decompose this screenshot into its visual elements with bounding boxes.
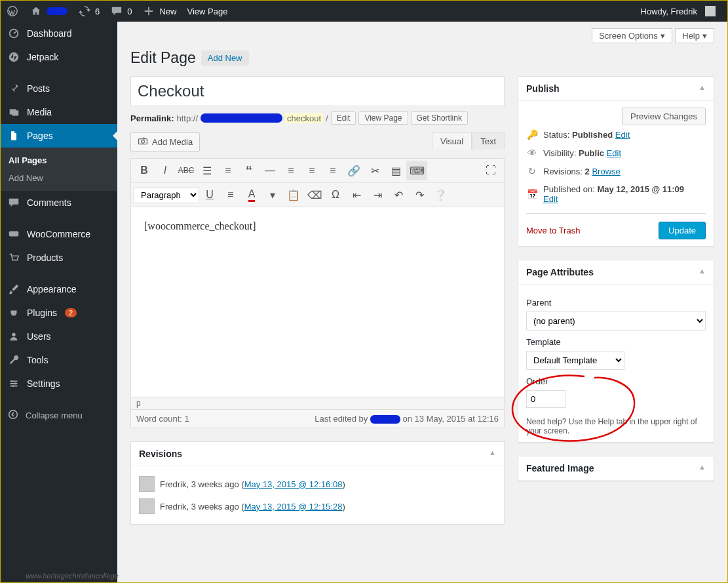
sidebar-item-jetpack[interactable]: Jetpack bbox=[1, 45, 117, 69]
collapse-menu[interactable]: Collapse menu bbox=[1, 403, 117, 428]
add-media-button[interactable]: Add Media bbox=[130, 132, 200, 151]
justify-button[interactable]: ≡ bbox=[220, 185, 241, 205]
paragraph-select[interactable]: Paragraph bbox=[134, 187, 199, 203]
sidebar-item-label: Posts bbox=[27, 83, 50, 94]
text-color-button[interactable]: A bbox=[241, 185, 262, 205]
comment-count: 0 bbox=[127, 7, 132, 16]
published-row: 📅Published on: May 12, 2015 @ 11:09Edit bbox=[526, 180, 706, 208]
howdy[interactable]: Howdy, Fredrik bbox=[636, 1, 721, 22]
parent-select[interactable]: (no parent) bbox=[526, 312, 706, 331]
calendar-icon: 📅 bbox=[526, 189, 538, 199]
sidebar-item-appearance[interactable]: Appearance bbox=[1, 277, 117, 301]
browse-revisions-link[interactable]: Browse bbox=[592, 167, 620, 176]
clear-format-button[interactable]: ⌫ bbox=[304, 185, 325, 205]
sidebar-item-label: Jetpack bbox=[27, 52, 58, 62]
order-label: Order bbox=[526, 376, 706, 386]
get-shortlink-button[interactable]: Get Shortlink bbox=[411, 111, 468, 125]
template-select[interactable]: Default Template bbox=[526, 351, 624, 370]
blockquote-button[interactable]: “ bbox=[239, 161, 259, 180]
fullscreen-button[interactable]: ⛶ bbox=[480, 161, 501, 180]
page-icon bbox=[7, 129, 20, 142]
underline-button[interactable]: U bbox=[199, 185, 220, 205]
edit-date-link[interactable]: Edit bbox=[543, 194, 558, 204]
sidebar-item-users[interactable]: Users bbox=[1, 325, 117, 348]
submenu-add-new[interactable]: Add New bbox=[1, 169, 117, 187]
revision-link[interactable]: May 13, 2015 @ 12:16:08 bbox=[244, 479, 343, 489]
avatar bbox=[705, 6, 716, 16]
add-new-button[interactable]: Add New bbox=[201, 50, 249, 66]
unlink-button[interactable]: ✂ bbox=[364, 161, 385, 180]
toolbar-toggle-button[interactable]: ⌨ bbox=[406, 161, 427, 180]
bold-button[interactable]: B bbox=[134, 161, 155, 180]
tab-visual[interactable]: Visual bbox=[432, 132, 472, 150]
revision-link[interactable]: May 13, 2015 @ 12:15:28 bbox=[244, 502, 343, 512]
sidebar-item-products[interactable]: Products bbox=[1, 246, 117, 270]
preview-button[interactable]: Preview Changes bbox=[622, 108, 706, 125]
svg-point-10 bbox=[142, 140, 145, 143]
revision-item: Fredrik, 3 weeks ago (May 13, 2015 @ 12:… bbox=[139, 473, 496, 495]
post-title-input[interactable] bbox=[130, 76, 505, 106]
sidebar-item-label: Products bbox=[27, 252, 63, 263]
outdent-button[interactable]: ⇤ bbox=[346, 185, 367, 205]
sidebar-item-pages[interactable]: Pages bbox=[1, 124, 117, 148]
permalink-slug[interactable]: checkout bbox=[285, 113, 323, 123]
order-input[interactable] bbox=[526, 390, 565, 408]
publish-box-header[interactable]: Publish▲ bbox=[518, 77, 714, 101]
more-button[interactable]: ▤ bbox=[385, 161, 406, 180]
sidebar-item-comments[interactable]: Comments bbox=[1, 191, 117, 214]
special-char-button[interactable]: Ω bbox=[325, 185, 346, 205]
sidebar-item-label: Media bbox=[27, 107, 52, 117]
bullet-list-button[interactable]: ☰ bbox=[197, 161, 218, 180]
update-button[interactable]: Update bbox=[659, 222, 706, 239]
help-button[interactable]: Help ▾ bbox=[675, 28, 714, 43]
tab-text[interactable]: Text bbox=[472, 132, 505, 150]
comments[interactable]: 0 bbox=[105, 1, 137, 22]
toggle-icon: ▲ bbox=[699, 83, 706, 94]
strike-button[interactable]: ABC bbox=[176, 161, 197, 180]
edit-status-link[interactable]: Edit bbox=[615, 130, 630, 140]
indent-button[interactable]: ⇥ bbox=[367, 185, 388, 205]
avatar bbox=[139, 498, 155, 514]
new-content[interactable]: New bbox=[137, 1, 182, 22]
move-to-trash-link[interactable]: Move to Trash bbox=[526, 226, 580, 235]
align-center-button[interactable]: ≡ bbox=[301, 161, 322, 180]
help-text: Need help? Use the Help tab in the upper… bbox=[526, 417, 706, 435]
edit-permalink-button[interactable]: Edit bbox=[331, 111, 356, 125]
screen-options-button[interactable]: Screen Options ▾ bbox=[592, 28, 672, 43]
sidebar-item-plugins[interactable]: Plugins2 bbox=[1, 301, 117, 325]
wp-logo[interactable] bbox=[1, 1, 24, 22]
sidebar-item-posts[interactable]: Posts bbox=[1, 77, 117, 100]
sidebar-item-woocommerce[interactable]: WooCommerce bbox=[1, 222, 117, 246]
view-page[interactable]: View Page bbox=[182, 1, 233, 22]
featured-image-header[interactable]: Featured Image▲ bbox=[518, 456, 714, 481]
align-left-button[interactable]: ≡ bbox=[280, 161, 301, 180]
view-page-button[interactable]: View Page bbox=[358, 111, 408, 125]
editor-content[interactable]: [woocommerce_checkout] bbox=[130, 207, 505, 397]
italic-button[interactable]: I bbox=[155, 161, 176, 180]
updates[interactable]: 6 bbox=[73, 1, 105, 22]
toggle-icon: ▲ bbox=[699, 463, 706, 473]
revisions-box-header[interactable]: Revisions▲ bbox=[131, 442, 504, 466]
undo-button[interactable]: ↶ bbox=[388, 185, 409, 205]
submenu-all-pages[interactable]: All Pages bbox=[1, 151, 117, 169]
avatar bbox=[139, 476, 155, 492]
redacted-site-name bbox=[47, 7, 67, 15]
number-list-button[interactable]: ≡ bbox=[218, 161, 239, 180]
align-right-button[interactable]: ≡ bbox=[322, 161, 343, 180]
sidebar-item-settings[interactable]: Settings bbox=[1, 372, 117, 395]
color-picker-button[interactable]: ▾ bbox=[262, 185, 283, 205]
help-icon-button[interactable]: ❔ bbox=[430, 185, 451, 205]
link-button[interactable]: 🔗 bbox=[343, 161, 364, 180]
site-home[interactable] bbox=[24, 1, 73, 22]
paste-text-button[interactable]: 📋 bbox=[283, 185, 304, 205]
sidebar-item-tools[interactable]: Tools bbox=[1, 348, 117, 372]
sidebar-item-dashboard[interactable]: Dashboard bbox=[1, 22, 117, 45]
settings-icon bbox=[7, 377, 20, 390]
sidebar-item-media[interactable]: Media bbox=[1, 100, 117, 124]
page-attributes-header[interactable]: Page Attributes▲ bbox=[518, 260, 714, 285]
toggle-icon: ▲ bbox=[489, 449, 496, 459]
hr-button[interactable]: — bbox=[259, 161, 280, 180]
plug-icon bbox=[7, 306, 20, 319]
edit-visibility-link[interactable]: Edit bbox=[607, 148, 621, 158]
redo-button[interactable]: ↷ bbox=[409, 185, 430, 205]
